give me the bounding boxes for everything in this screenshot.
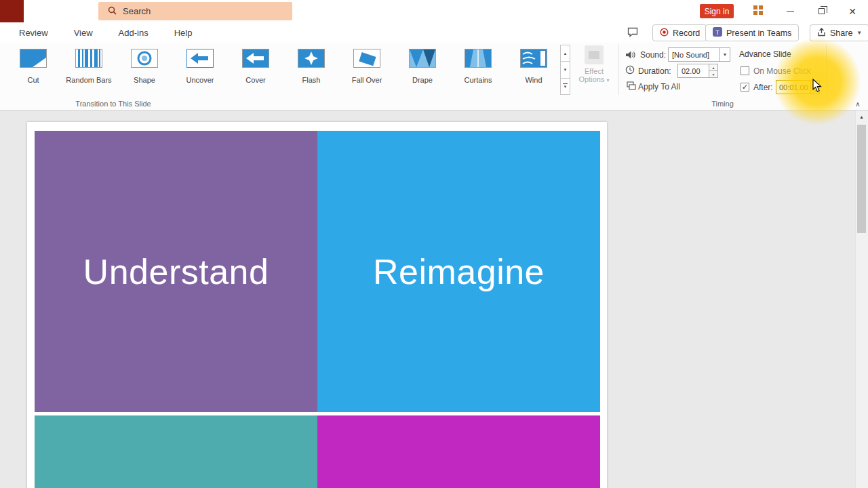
present-in-teams-button[interactable]: T Present in Teams (705, 24, 799, 41)
transition-random-bars[interactable]: Random Bars (61, 45, 117, 95)
transition-shape[interactable]: Shape (117, 45, 172, 95)
dropdown-arrow-icon[interactable]: ▼ (719, 48, 730, 61)
group-separator (826, 45, 827, 95)
spin-down-icon[interactable]: ▼ (811, 87, 820, 94)
grid-icon (753, 5, 763, 18)
gallery-scroll-up-button[interactable]: ▲ (560, 45, 570, 62)
search-icon (108, 6, 117, 17)
slide-quadrant-top-right[interactable]: Reimagine (317, 131, 600, 412)
effect-options-button[interactable]: Effect Options ▾ (574, 45, 614, 96)
share-icon (817, 28, 826, 39)
slide-text-understand: Understand (83, 251, 269, 292)
spin-down-icon[interactable]: ▼ (709, 71, 718, 78)
transition-wind[interactable]: Wind (506, 45, 561, 95)
up-arrow-icon: ▲ (859, 115, 864, 119)
share-label: Share (830, 28, 852, 38)
search-input[interactable]: Search (98, 2, 292, 20)
after-spinner[interactable]: ▲ ▼ (811, 80, 820, 94)
transition-curtains[interactable]: Curtains (450, 45, 506, 95)
transition-drape[interactable]: Drape (395, 45, 450, 95)
more-icon: ▼ (563, 83, 568, 89)
transition-flash[interactable]: Flash (283, 45, 339, 95)
present-in-teams-label: Present in Teams (726, 28, 791, 38)
wind-transition-icon (520, 49, 547, 68)
duration-value: 02.00 (682, 67, 701, 75)
tab-help[interactable]: Help (174, 28, 193, 38)
teams-icon: T (713, 27, 722, 39)
fall-over-transition-icon (353, 49, 380, 68)
curtains-transition-icon (465, 49, 492, 68)
slide-quadrant-bottom-left[interactable] (35, 415, 317, 488)
tab-review[interactable]: Review (19, 28, 48, 38)
advance-slide-heading: Advance Slide (739, 49, 791, 59)
ribbon-display-options-button[interactable] (749, 3, 768, 20)
gallery-item-label: Shape (117, 76, 172, 84)
gallery-item-label: Cut (5, 76, 61, 84)
tab-addins[interactable]: Add-ins (119, 28, 149, 38)
effect-options-icon (585, 45, 604, 64)
apply-to-all-icon (627, 81, 636, 94)
restore-button[interactable] (806, 0, 837, 22)
sound-value: [No Sound] (672, 51, 709, 59)
gallery-item-label: Fall Over (339, 76, 395, 84)
slide-canvas[interactable]: Understand Reimagine (27, 122, 607, 488)
sound-label: Sound: (640, 50, 666, 60)
spin-up-icon[interactable]: ▲ (811, 80, 820, 87)
gallery-more-button[interactable]: ▼ (560, 79, 570, 95)
after-checkbox[interactable]: ✓ (741, 83, 749, 92)
duration-field[interactable]: 02.00 (677, 64, 709, 78)
after-label: After: (753, 83, 773, 92)
gallery-scroll-controls: ▲ ▼ ▼ (560, 45, 570, 95)
on-mouse-click-label: On Mouse Click (753, 66, 811, 76)
comments-button[interactable] (624, 26, 642, 41)
gallery-item-label: Drape (395, 76, 450, 84)
scrollbar-up-button[interactable]: ▲ (855, 110, 868, 123)
sign-in-button[interactable]: Sign in (700, 4, 734, 18)
minimize-button[interactable] (774, 0, 806, 22)
slide-text-reimagine: Reimagine (373, 251, 545, 292)
gallery-item-label: Cover (228, 76, 283, 84)
shape-transition-icon (131, 49, 158, 68)
minimize-icon (787, 11, 794, 12)
on-mouse-click-checkbox[interactable] (741, 66, 749, 75)
collapse-ribbon-button[interactable]: ∧ (852, 98, 864, 109)
gallery-item-label: Wind (506, 76, 561, 84)
spin-up-icon[interactable]: ▲ (709, 64, 718, 71)
effect-options-label-line1: Effect (585, 67, 604, 75)
drape-transition-icon (409, 49, 436, 68)
close-button[interactable]: ✕ (837, 0, 868, 22)
slide-quadrant-top-left[interactable]: Understand (35, 131, 317, 412)
gallery-item-label: Curtains (450, 76, 506, 84)
effect-options-label-line2: Options (579, 75, 605, 83)
transitions-gallery: Cut Random Bars Shape Uncover Cover Flas… (5, 45, 561, 95)
transition-fall-over[interactable]: Fall Over (339, 45, 395, 95)
transition-uncover[interactable]: Uncover (172, 45, 228, 95)
record-label: Record (673, 28, 700, 38)
share-button[interactable]: Share ▼ (810, 24, 868, 41)
duration-spinner[interactable]: ▲ ▼ (709, 64, 718, 78)
after-field[interactable]: 00:01.00 (776, 80, 811, 94)
clock-icon (625, 65, 635, 77)
cut-transition-icon (20, 49, 47, 68)
random-bars-transition-icon (75, 49, 102, 68)
close-icon: ✕ (848, 7, 856, 16)
apply-to-all-button[interactable]: Apply To All (638, 82, 680, 92)
tab-view[interactable]: View (74, 28, 93, 38)
comment-icon (627, 27, 638, 40)
transition-group-label: Transition to This Slide (0, 100, 226, 108)
gallery-scroll-down-button[interactable]: ▼ (560, 62, 570, 78)
restore-icon (818, 8, 825, 14)
timing-group-label: Timing (623, 100, 823, 108)
titlebar: Search Sign in ✕ (0, 0, 868, 22)
scrollbar-thumb[interactable] (857, 125, 866, 233)
gallery-item-label: Uncover (172, 76, 228, 84)
search-placeholder: Search (123, 6, 151, 16)
transition-cover[interactable]: Cover (228, 45, 283, 95)
ribbon-tabs: Review View Add-ins Help (19, 22, 192, 43)
flash-transition-icon (298, 49, 325, 68)
slide-quadrant-bottom-right[interactable] (317, 415, 600, 488)
record-button[interactable]: Record (652, 24, 707, 41)
record-icon (660, 28, 669, 39)
sound-dropdown[interactable]: [No Sound] ▼ (668, 47, 730, 62)
transition-cut[interactable]: Cut (5, 45, 61, 95)
